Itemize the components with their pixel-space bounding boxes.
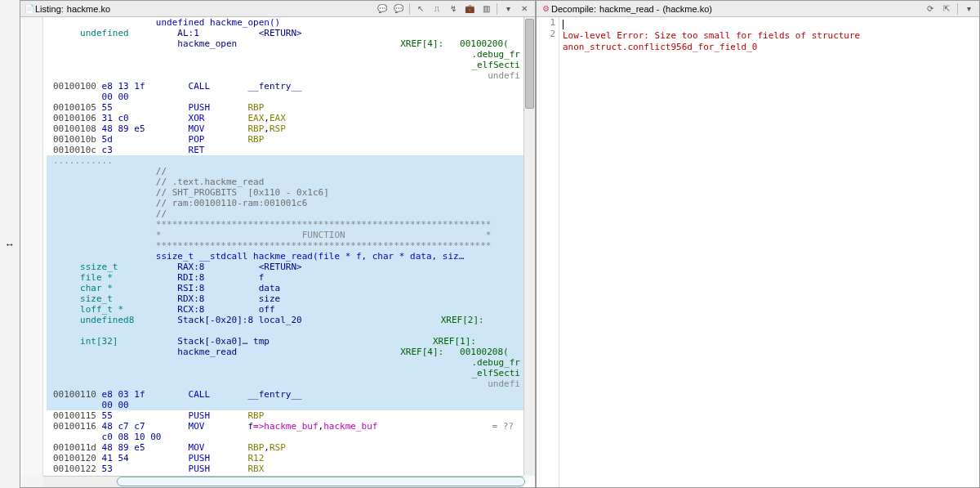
decompile-gutter: 1 2 xyxy=(537,17,559,487)
decompile-code[interactable]: 1 2 Low-level Error: Size too small for … xyxy=(537,17,979,487)
sig-read: ssize_t __stdcall hackme_read(file * f, … xyxy=(156,251,465,262)
menu-icon[interactable]: ▾ xyxy=(961,2,976,16)
sig-open: undefined hackme_open() xyxy=(53,17,280,28)
briefcase-icon[interactable]: 💼 xyxy=(462,2,477,16)
cursor-tool-icon[interactable]: ↖ xyxy=(413,2,428,16)
toolbar-btn-1[interactable]: 💬 xyxy=(375,2,390,16)
func-hackme-read: hackme_read xyxy=(177,347,237,357)
func-hackme-open: hackme_open xyxy=(177,38,237,49)
text-cursor xyxy=(563,20,564,29)
listing-gutter xyxy=(20,17,43,476)
decompile-icon: ⚙ xyxy=(540,3,551,15)
listing-title-file: hackme.ko xyxy=(67,4,110,14)
separator xyxy=(409,3,410,15)
decompile-title-prefix: Decompile: xyxy=(551,4,596,14)
listing-titlebar: 📄 Listing: hackme.ko 💬 💬 ↖ ⎍ ↯ 💼 ▥ ▾ ✕ xyxy=(20,1,535,17)
listing-tab[interactable] xyxy=(117,477,525,486)
refresh-icon[interactable]: ⟳ xyxy=(923,2,938,16)
listing-scrollbar-h[interactable] xyxy=(43,476,523,487)
export-icon[interactable]: ⇱ xyxy=(939,2,954,16)
listing-scrollbar-v[interactable] xyxy=(523,17,535,476)
graph-icon[interactable]: ↯ xyxy=(446,2,461,16)
decompile-title-file: (hackme.ko) xyxy=(662,4,712,14)
decompile-titlebar: ⚙ Decompile: hackme_read - (hackme.ko) ⟳… xyxy=(537,1,979,17)
dropdown-icon[interactable]: ▾ xyxy=(501,2,515,16)
listing-panel: 📄 Listing: hackme.ko 💬 💬 ↖ ⎍ ↯ 💼 ▥ ▾ ✕ u… xyxy=(20,0,536,488)
toolbar-btn-2[interactable]: 💬 xyxy=(391,2,406,16)
panel-gap[interactable]: ↔ xyxy=(0,0,20,488)
decompile-error: Low-level Error: Size too small for fiel… xyxy=(563,30,860,52)
layout-icon[interactable]: ▥ xyxy=(479,2,493,16)
separator xyxy=(957,3,958,15)
decompile-title-func: hackme_read - xyxy=(599,4,659,14)
listing-code[interactable]: undefined hackme_open() undefined AL:1 <… xyxy=(43,17,535,487)
decompile-panel: ⚙ Decompile: hackme_read - (hackme.ko) ⟳… xyxy=(536,0,980,488)
flow-icon[interactable]: ⎍ xyxy=(430,2,444,16)
listing-icon: 📄 xyxy=(24,3,35,15)
expand-arrow-icon: ↔ xyxy=(5,239,15,250)
close-icon[interactable]: ✕ xyxy=(517,2,532,16)
separator xyxy=(497,3,497,15)
listing-title-prefix: Listing: xyxy=(35,4,64,14)
